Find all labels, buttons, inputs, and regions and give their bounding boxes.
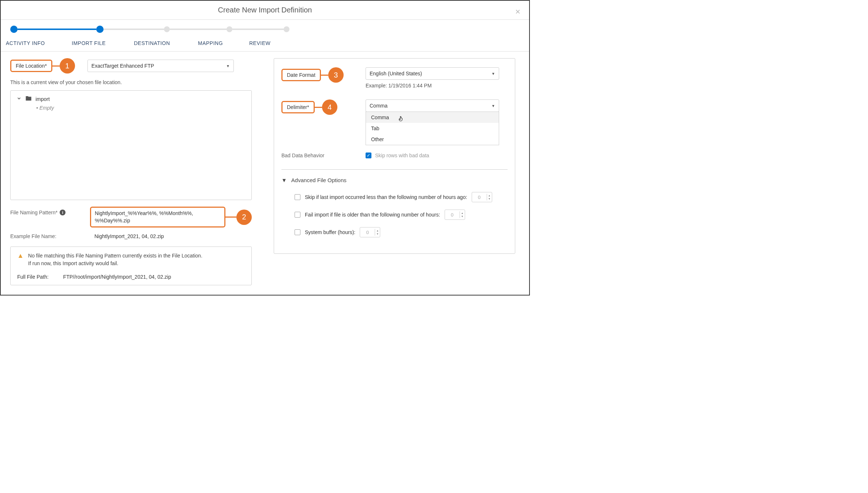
- chevron-down-icon: ▼: [226, 64, 230, 68]
- advanced-options-title: Advanced File Options: [291, 177, 347, 183]
- full-path-value: FTP//root/import/NightlyImport_2021, 04,…: [63, 274, 171, 280]
- adv-skip-hours-input[interactable]: 0 ▲▼: [472, 192, 492, 202]
- step-labels: ACTIVITY INFO IMPORT FILE DESTINATION MA…: [1, 37, 529, 51]
- file-naming-input[interactable]: NightlyImport_%%Year%%, %%Month%%, %%Day…: [90, 207, 225, 227]
- delimiter-value: Comma: [370, 103, 388, 109]
- file-location-select[interactable]: ExactTarget Enhanced FTP ▼: [87, 60, 234, 72]
- bad-data-row: Bad Data Behavior ✓ Skip rows with bad d…: [281, 153, 508, 158]
- stepper-dots: [10, 26, 289, 33]
- adv-skip-checkbox[interactable]: [295, 194, 300, 200]
- bad-data-label: Bad Data Behavior: [281, 153, 325, 158]
- adv-skip-label: Skip if last import occurred less than t…: [305, 194, 467, 200]
- adv-fail-hours-input[interactable]: 0 ▲▼: [445, 210, 465, 220]
- full-path-label: Full File Path:: [17, 274, 49, 280]
- modal-title: Create New Import Definition: [1, 1, 529, 19]
- adv-buffer-checkbox[interactable]: [295, 229, 300, 235]
- delimiter-select[interactable]: Comma ▼: [366, 99, 499, 112]
- delimiter-option-other[interactable]: Other: [366, 134, 499, 145]
- file-tree: import • Empty: [10, 90, 252, 200]
- adv-skip-hours-row: Skip if last import occurred less than t…: [295, 192, 508, 202]
- delimiter-dropdown: Comma Tab Other: [366, 112, 499, 145]
- file-location-label: File Location*: [16, 63, 47, 69]
- tree-root-label: import: [35, 96, 50, 102]
- close-button[interactable]: ×: [515, 7, 520, 17]
- adv-fail-label: Fail import if file is older than the fo…: [305, 212, 440, 218]
- callout-4: 4: [322, 99, 337, 115]
- date-format-row: Date Format 3 English (United States) ▼ …: [281, 67, 508, 89]
- bad-data-value: Skip rows with bad data: [375, 153, 429, 158]
- callout-3: 3: [328, 67, 344, 83]
- advanced-options-header[interactable]: ▼ Advanced File Options: [281, 177, 508, 183]
- bad-data-checkbox[interactable]: ✓: [366, 153, 371, 158]
- callout-date-format: Date Format: [281, 69, 321, 81]
- file-location-row: File Location* 1 ExactTarget Enhanced FT…: [10, 58, 252, 74]
- step-line: [104, 29, 164, 30]
- folder-icon: [25, 95, 32, 103]
- file-naming-label: File Naming Pattern*: [10, 210, 57, 215]
- callout-connector: [321, 75, 328, 76]
- date-format-example: Example: 1/19/2016 1:44 PM: [366, 83, 508, 89]
- callout-delimiter: Delimiter*: [281, 101, 315, 113]
- example-file-value: NightlyImport_2021, 04, 02.zip: [94, 233, 164, 239]
- delimiter-row: Delimiter* 4 Comma ▼ Comma Tab: [281, 99, 508, 145]
- callout-2: 2: [236, 210, 252, 225]
- file-location-description: This is a current view of your chosen fi…: [10, 79, 252, 85]
- step-dot-mapping[interactable]: [227, 26, 232, 32]
- full-path-row: Full File Path: FTP//root/import/Nightly…: [17, 274, 245, 280]
- callout-connector: [225, 217, 236, 218]
- step-dot-import-file[interactable]: [96, 26, 104, 33]
- divider: [281, 169, 508, 170]
- delimiter-label: Delimiter*: [287, 104, 309, 110]
- chevron-down-icon: ▼: [281, 177, 287, 183]
- file-location-value: ExactTarget Enhanced FTP: [91, 63, 154, 69]
- adv-buffer-input[interactable]: 0 ▲▼: [360, 227, 380, 237]
- right-panel: Date Format 3 English (United States) ▼ …: [274, 58, 515, 254]
- step-line: [18, 29, 96, 30]
- callout-1: 1: [60, 58, 75, 74]
- cursor-icon: [398, 115, 404, 124]
- step-label-import-file: IMPORT FILE: [72, 40, 134, 46]
- modal-dialog: Create New Import Definition × ACTIVITY …: [0, 0, 530, 296]
- wizard-stepper: [1, 20, 529, 37]
- callout-connector: [52, 65, 60, 67]
- callout-file-location: File Location*: [10, 60, 52, 72]
- step-dot-destination[interactable]: [164, 26, 170, 32]
- info-icon[interactable]: i: [60, 210, 66, 215]
- step-label-review: REVIEW: [249, 40, 286, 46]
- step-dot-review[interactable]: [284, 26, 289, 32]
- adv-fail-hours-row: Fail import if file is older than the fo…: [295, 210, 508, 220]
- date-format-value: English (United States): [370, 71, 422, 76]
- step-dot-activity-info[interactable]: [10, 26, 18, 33]
- step-label-destination: DESTINATION: [134, 40, 198, 46]
- left-column: File Location* 1 ExactTarget Enhanced FT…: [10, 58, 252, 285]
- right-column: Date Format 3 English (United States) ▼ …: [274, 58, 515, 285]
- step-label-mapping: MAPPING: [198, 40, 249, 46]
- warning-text: No file matching this File Naming Patter…: [28, 252, 202, 267]
- chevron-down-icon: ▼: [491, 72, 495, 76]
- date-format-select[interactable]: English (United States) ▼: [366, 67, 499, 80]
- warning-icon: ▲: [17, 252, 24, 260]
- tree-empty: • Empty: [36, 105, 246, 111]
- modal-body: File Location* 1 ExactTarget Enhanced FT…: [1, 52, 529, 295]
- callout-connector: [315, 107, 322, 108]
- adv-fail-checkbox[interactable]: [295, 212, 300, 218]
- warning-box: ▲ No file matching this File Naming Patt…: [10, 246, 252, 285]
- file-naming-row: File Naming Pattern* i NightlyImport_%%Y…: [10, 207, 252, 227]
- step-line: [232, 29, 284, 30]
- tree-root-row[interactable]: import: [16, 95, 246, 103]
- chevron-down-icon: ▼: [491, 104, 495, 108]
- example-file-row: Example File Name: NightlyImport_2021, 0…: [10, 233, 252, 239]
- step-line: [170, 29, 227, 30]
- adv-buffer-label: System buffer (hours):: [305, 229, 355, 235]
- example-file-label: Example File Name:: [10, 233, 94, 239]
- date-format-label: Date Format: [287, 72, 315, 78]
- chevron-down-icon: [16, 96, 22, 102]
- adv-buffer-row: System buffer (hours): 0 ▲▼: [295, 227, 508, 237]
- delimiter-option-tab[interactable]: Tab: [366, 123, 499, 134]
- step-label-activity-info: ACTIVITY INFO: [6, 40, 72, 46]
- delimiter-option-comma[interactable]: Comma: [366, 112, 499, 123]
